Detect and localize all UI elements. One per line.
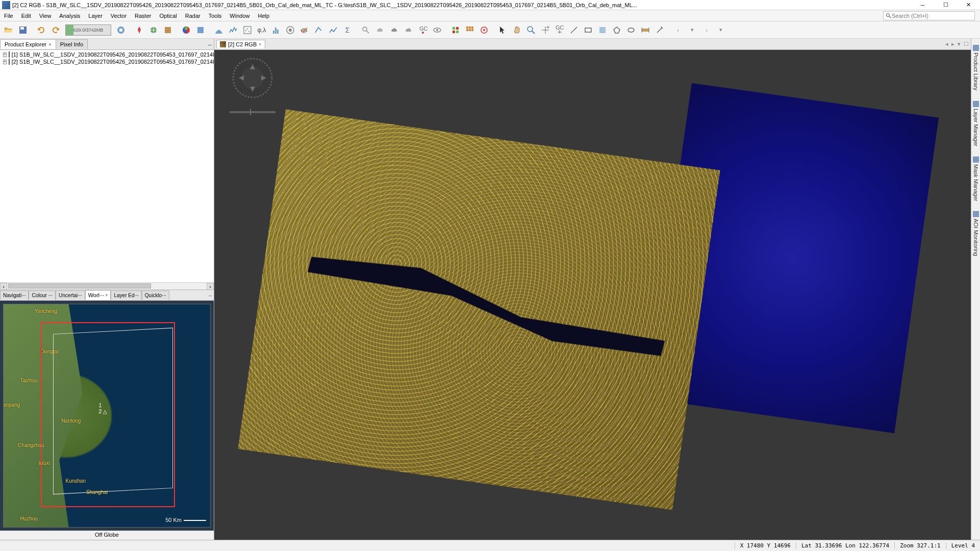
metadata-button[interactable]	[284, 23, 297, 37]
tree-item[interactable]: + [1] S1B_IW_SLC__1SDV_20190822T095426_2…	[1, 51, 213, 58]
minimize-panel-button[interactable]: –	[208, 40, 212, 48]
pan-tool[interactable]	[510, 23, 523, 37]
search-box[interactable]	[883, 11, 975, 20]
menu-view[interactable]: View	[35, 11, 56, 20]
pin-tool-button[interactable]	[133, 23, 146, 37]
image-canvas[interactable]	[214, 50, 971, 540]
scroll-thumb[interactable]	[8, 283, 151, 288]
menu-raster[interactable]: Raster	[131, 11, 155, 20]
menu-layer[interactable]: Layer	[84, 11, 107, 20]
grid-green-button[interactable]	[449, 23, 462, 37]
tab-prev-icon[interactable]: ◂	[945, 41, 948, 47]
chevron-right-icon[interactable]: ›	[700, 23, 713, 37]
close-icon[interactable]: ×	[259, 42, 261, 47]
cloud2-button[interactable]	[388, 23, 401, 37]
menu-analysis[interactable]: Analysis	[55, 11, 84, 20]
menu-vector[interactable]: Vector	[107, 11, 131, 20]
redo-button[interactable]	[49, 23, 62, 37]
spectrum-plot-button[interactable]	[227, 23, 240, 37]
scroll-left-arrow[interactable]: ‹	[0, 283, 7, 290]
compass-slider[interactable]	[230, 111, 275, 113]
maximize-button[interactable]: ☐	[934, 0, 957, 10]
pointer-tool[interactable]	[496, 23, 509, 37]
rgb-tool-button[interactable]	[180, 23, 193, 37]
tab-dropdown-icon[interactable]: ▾	[958, 41, 961, 47]
eye-button[interactable]	[431, 23, 444, 37]
chevron-down2-icon[interactable]: ▾	[714, 23, 727, 37]
minimize-button[interactable]: ─	[911, 0, 934, 10]
draw-rect2-tool[interactable]	[596, 23, 609, 37]
expand-icon[interactable]: +	[3, 53, 7, 57]
draw-rect-tool[interactable]	[582, 23, 595, 37]
histogram-button[interactable]	[269, 23, 283, 37]
close-button[interactable]: ✕	[957, 0, 980, 10]
cloud-button[interactable]	[373, 23, 387, 37]
stop-process-button[interactable]	[114, 23, 128, 37]
mask-tool-button[interactable]	[161, 23, 174, 37]
tab-maximize-icon[interactable]: ☐	[964, 41, 969, 47]
navigation-compass[interactable]	[230, 55, 275, 116]
crosshair-tool[interactable]: +	[539, 23, 552, 37]
find-button[interactable]	[359, 23, 372, 37]
menu-edit[interactable]: Edit	[17, 11, 35, 20]
tab-next-icon[interactable]: ▸	[951, 41, 954, 47]
open-button[interactable]	[2, 23, 15, 37]
tab-navigation[interactable]: Navigati···	[0, 291, 29, 300]
grid-orange-button[interactable]	[463, 23, 476, 37]
chevron-left-icon[interactable]: ‹	[671, 23, 685, 37]
derivative-button[interactable]	[326, 23, 340, 37]
save-button[interactable]	[16, 23, 30, 37]
line-plot-button[interactable]	[312, 23, 325, 37]
profile-plot-button[interactable]	[212, 23, 225, 37]
menu-window[interactable]: Window	[225, 11, 254, 20]
draw-polygon-tool[interactable]	[610, 23, 623, 37]
menu-tools[interactable]: Tools	[205, 11, 226, 20]
status-xy: X 17480 Y 14696	[735, 542, 796, 549]
gcp-crosshair-tool[interactable]: GCP	[553, 23, 566, 37]
menu-radar[interactable]: Radar	[181, 11, 205, 20]
close-icon[interactable]: ×	[48, 42, 52, 47]
product-tree[interactable]: + [1] S1B_IW_SLC__1SDV_20190822T095426_2…	[0, 50, 214, 282]
cloud3-button[interactable]	[402, 23, 415, 37]
tab-aoi-monitoring[interactable]: AOI Monitoring	[972, 209, 980, 258]
gcp-button[interactable]: GCP	[416, 23, 430, 37]
tab-uncertainty[interactable]: Uncertai···	[56, 291, 85, 300]
tab-colour[interactable]: Colour ···	[29, 291, 56, 300]
chevron-down-icon[interactable]: ▾	[686, 23, 699, 37]
menu-optical[interactable]: Optical	[155, 11, 181, 20]
tab-layer-editor[interactable]: Layer Ed···	[111, 291, 141, 300]
horizontal-scrollbar[interactable]: ‹ ›	[0, 282, 214, 290]
tab-pixel-info[interactable]: Pixel Info	[56, 39, 88, 49]
range-tool[interactable]	[639, 23, 652, 37]
gcp-tool-button[interactable]	[147, 23, 160, 37]
undo-button[interactable]	[35, 23, 48, 37]
magic-wand-tool[interactable]	[653, 23, 666, 37]
memory-indicator[interactable]: 629.0/3742MB	[65, 24, 111, 36]
draw-ellipse-tool[interactable]	[624, 23, 638, 37]
tab-world[interactable]: Worl··· ×	[85, 290, 111, 300]
zoom-tool[interactable]	[524, 23, 538, 37]
svg-point-22	[422, 32, 424, 34]
image-tab[interactable]: [2] C2 RGB ×	[216, 40, 265, 48]
menu-help[interactable]: Help	[254, 11, 273, 20]
tab-product-explorer[interactable]: Product Explorer×	[0, 39, 56, 49]
menu-file[interactable]: File	[0, 11, 17, 20]
expand-icon[interactable]: +	[3, 60, 7, 64]
tab-product-library[interactable]: Product Library	[972, 43, 980, 93]
scatter-plot-button[interactable]	[241, 23, 254, 37]
target-button[interactable]	[478, 23, 491, 37]
geo-tool-button[interactable]	[194, 23, 207, 37]
close-icon[interactable]: ×	[105, 293, 108, 298]
tab-mask-manager[interactable]: Mask Manager	[972, 154, 980, 203]
draw-line-tool[interactable]	[567, 23, 581, 37]
scroll-right-arrow[interactable]: ›	[207, 283, 214, 290]
tree-item[interactable]: + [2] S1B_IW_SLC__1SDV_20190822T095426_2…	[1, 58, 213, 65]
stats-button[interactable]	[298, 23, 311, 37]
tab-layer-manager[interactable]: Layer Manager	[972, 99, 980, 148]
world-view-panel[interactable]: Yancheng Dongtai Taizhou enjiang Nantong…	[0, 301, 214, 531]
minimize-panel-button[interactable]: –	[209, 292, 212, 298]
sigma-button[interactable]: Σ	[341, 23, 354, 37]
search-input[interactable]	[892, 13, 972, 19]
tab-quicklook[interactable]: Quicklo···	[142, 291, 169, 300]
phi-lambda-button[interactable]: φ,λ	[255, 23, 268, 37]
